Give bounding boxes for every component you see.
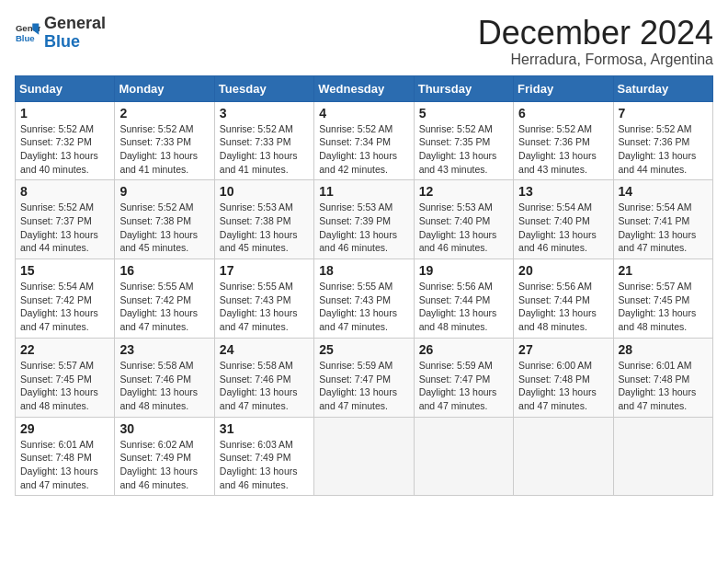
day-info: Sunrise: 5:56 AM Sunset: 7:44 PM Dayligh… — [419, 280, 508, 334]
day-info: Sunrise: 5:59 AM Sunset: 7:47 PM Dayligh… — [419, 359, 508, 413]
calendar-cell: 1Sunrise: 5:52 AM Sunset: 7:32 PM Daylig… — [16, 101, 115, 180]
calendar-cell: 25Sunrise: 5:59 AM Sunset: 7:47 PM Dayli… — [314, 338, 414, 417]
day-info: Sunrise: 6:01 AM Sunset: 7:48 PM Dayligh… — [619, 359, 708, 413]
calendar-cell — [314, 417, 414, 496]
day-number: 12 — [419, 184, 508, 199]
day-number: 20 — [518, 263, 608, 278]
day-info: Sunrise: 5:52 AM Sunset: 7:36 PM Dayligh… — [619, 122, 708, 177]
day-info: Sunrise: 5:57 AM Sunset: 7:45 PM Dayligh… — [20, 359, 109, 413]
day-info: Sunrise: 5:52 AM Sunset: 7:33 PM Dayligh… — [220, 122, 309, 177]
calendar-cell: 13Sunrise: 5:54 AM Sunset: 7:40 PM Dayli… — [514, 180, 613, 259]
calendar-cell: 18Sunrise: 5:55 AM Sunset: 7:43 PM Dayli… — [314, 259, 414, 339]
calendar-cell: 16Sunrise: 5:55 AM Sunset: 7:42 PM Dayli… — [115, 259, 214, 339]
day-info: Sunrise: 5:52 AM Sunset: 7:32 PM Dayligh… — [20, 122, 109, 177]
day-of-week-header: Tuesday — [214, 75, 313, 101]
calendar-cell: 12Sunrise: 5:53 AM Sunset: 7:40 PM Dayli… — [414, 180, 513, 259]
day-number: 11 — [319, 184, 408, 199]
logo-blue-text: Blue — [44, 32, 80, 51]
calendar-cell: 10Sunrise: 5:53 AM Sunset: 7:38 PM Dayli… — [214, 180, 313, 259]
logo: General Blue General Blue — [15, 15, 106, 52]
day-info: Sunrise: 5:54 AM Sunset: 7:42 PM Dayligh… — [20, 280, 109, 334]
calendar-cell: 26Sunrise: 5:59 AM Sunset: 7:47 PM Dayli… — [414, 338, 513, 417]
day-number: 31 — [220, 421, 309, 436]
day-number: 18 — [319, 263, 408, 278]
day-number: 22 — [20, 342, 109, 357]
day-number: 14 — [619, 184, 708, 199]
calendar-cell: 21Sunrise: 5:57 AM Sunset: 7:45 PM Dayli… — [613, 259, 712, 339]
day-info: Sunrise: 5:52 AM Sunset: 7:33 PM Dayligh… — [119, 122, 209, 177]
day-number: 24 — [220, 342, 309, 357]
day-info: Sunrise: 5:53 AM Sunset: 7:40 PM Dayligh… — [419, 201, 508, 255]
day-number: 26 — [419, 342, 508, 357]
day-number: 27 — [518, 342, 608, 357]
day-number: 8 — [20, 184, 109, 199]
day-of-week-header: Sunday — [16, 75, 115, 101]
day-number: 23 — [119, 342, 209, 357]
day-info: Sunrise: 5:55 AM Sunset: 7:42 PM Dayligh… — [119, 280, 209, 334]
calendar-cell: 15Sunrise: 5:54 AM Sunset: 7:42 PM Dayli… — [16, 259, 115, 339]
day-info: Sunrise: 5:55 AM Sunset: 7:43 PM Dayligh… — [220, 280, 309, 334]
calendar-cell: 7Sunrise: 5:52 AM Sunset: 7:36 PM Daylig… — [613, 101, 712, 180]
day-number: 9 — [119, 184, 209, 199]
calendar-week-row: 8Sunrise: 5:52 AM Sunset: 7:37 PM Daylig… — [16, 180, 713, 259]
day-of-week-header: Thursday — [414, 75, 513, 101]
day-info: Sunrise: 5:54 AM Sunset: 7:40 PM Dayligh… — [518, 201, 608, 255]
calendar-cell: 8Sunrise: 5:52 AM Sunset: 7:37 PM Daylig… — [16, 180, 115, 259]
calendar-cell: 4Sunrise: 5:52 AM Sunset: 7:34 PM Daylig… — [314, 101, 414, 180]
calendar-cell: 9Sunrise: 5:52 AM Sunset: 7:38 PM Daylig… — [115, 180, 214, 259]
day-of-week-header: Wednesday — [314, 75, 414, 101]
calendar-cell — [514, 417, 613, 496]
calendar-cell — [613, 417, 712, 496]
calendar-cell: 24Sunrise: 5:58 AM Sunset: 7:46 PM Dayli… — [214, 338, 313, 417]
calendar-week-row: 15Sunrise: 5:54 AM Sunset: 7:42 PM Dayli… — [16, 259, 713, 339]
logo-icon: General Blue — [15, 20, 40, 46]
day-number: 25 — [319, 342, 408, 357]
calendar-week-row: 22Sunrise: 5:57 AM Sunset: 7:45 PM Dayli… — [16, 338, 713, 417]
month-title: December 2024 — [478, 15, 713, 52]
calendar-cell: 27Sunrise: 6:00 AM Sunset: 7:48 PM Dayli… — [514, 338, 613, 417]
day-info: Sunrise: 5:57 AM Sunset: 7:45 PM Dayligh… — [619, 280, 708, 334]
calendar-cell: 23Sunrise: 5:58 AM Sunset: 7:46 PM Dayli… — [115, 338, 214, 417]
day-number: 19 — [419, 263, 508, 278]
day-number: 5 — [419, 106, 508, 121]
day-info: Sunrise: 5:59 AM Sunset: 7:47 PM Dayligh… — [319, 359, 408, 413]
day-number: 16 — [119, 263, 209, 278]
day-info: Sunrise: 5:54 AM Sunset: 7:41 PM Dayligh… — [619, 201, 708, 255]
day-of-week-header: Friday — [514, 75, 613, 101]
day-number: 30 — [119, 421, 209, 436]
day-number: 10 — [220, 184, 309, 199]
days-header-row: SundayMondayTuesdayWednesdayThursdayFrid… — [16, 75, 713, 101]
calendar-table: SundayMondayTuesdayWednesdayThursdayFrid… — [15, 75, 713, 497]
calendar-week-row: 1Sunrise: 5:52 AM Sunset: 7:32 PM Daylig… — [16, 101, 713, 180]
day-number: 1 — [20, 106, 109, 121]
header: General Blue General Blue December 2024 … — [15, 15, 713, 68]
day-info: Sunrise: 5:52 AM Sunset: 7:35 PM Dayligh… — [419, 122, 508, 177]
calendar-cell: 11Sunrise: 5:53 AM Sunset: 7:39 PM Dayli… — [314, 180, 414, 259]
day-info: Sunrise: 5:55 AM Sunset: 7:43 PM Dayligh… — [319, 280, 408, 334]
calendar-cell: 20Sunrise: 5:56 AM Sunset: 7:44 PM Dayli… — [514, 259, 613, 339]
calendar-cell: 31Sunrise: 6:03 AM Sunset: 7:49 PM Dayli… — [214, 417, 313, 496]
calendar-cell: 3Sunrise: 5:52 AM Sunset: 7:33 PM Daylig… — [214, 101, 313, 180]
day-info: Sunrise: 5:56 AM Sunset: 7:44 PM Dayligh… — [518, 280, 608, 334]
day-info: Sunrise: 5:53 AM Sunset: 7:39 PM Dayligh… — [319, 201, 408, 255]
day-info: Sunrise: 5:52 AM Sunset: 7:38 PM Dayligh… — [119, 201, 209, 255]
calendar-cell: 6Sunrise: 5:52 AM Sunset: 7:36 PM Daylig… — [514, 101, 613, 180]
day-number: 15 — [20, 263, 109, 278]
day-number: 17 — [220, 263, 309, 278]
day-number: 29 — [20, 421, 109, 436]
day-info: Sunrise: 6:02 AM Sunset: 7:49 PM Dayligh… — [119, 438, 209, 492]
day-info: Sunrise: 5:52 AM Sunset: 7:36 PM Dayligh… — [518, 122, 608, 177]
title-area: December 2024 Herradura, Formosa, Argent… — [478, 15, 713, 68]
calendar-cell: 14Sunrise: 5:54 AM Sunset: 7:41 PM Dayli… — [613, 180, 712, 259]
calendar-cell: 30Sunrise: 6:02 AM Sunset: 7:49 PM Dayli… — [115, 417, 214, 496]
day-info: Sunrise: 5:52 AM Sunset: 7:37 PM Dayligh… — [20, 201, 109, 255]
day-of-week-header: Saturday — [613, 75, 712, 101]
day-info: Sunrise: 6:01 AM Sunset: 7:48 PM Dayligh… — [20, 438, 109, 492]
calendar-week-row: 29Sunrise: 6:01 AM Sunset: 7:48 PM Dayli… — [16, 417, 713, 496]
day-number: 2 — [119, 106, 209, 121]
calendar-cell: 29Sunrise: 6:01 AM Sunset: 7:48 PM Dayli… — [16, 417, 115, 496]
day-info: Sunrise: 6:03 AM Sunset: 7:49 PM Dayligh… — [220, 438, 309, 492]
day-info: Sunrise: 5:58 AM Sunset: 7:46 PM Dayligh… — [220, 359, 309, 413]
day-number: 28 — [619, 342, 708, 357]
calendar-cell: 19Sunrise: 5:56 AM Sunset: 7:44 PM Dayli… — [414, 259, 513, 339]
